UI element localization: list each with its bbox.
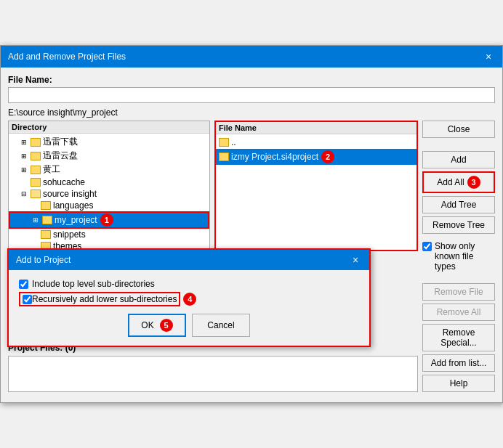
- subdialog-close-button[interactable]: ×: [349, 253, 362, 266]
- tree-item-huang[interactable]: ⊞ 黄工: [9, 163, 209, 176]
- checkbox1[interactable]: [19, 280, 28, 289]
- checkbox1-label: Include top level sub-directories: [32, 279, 155, 289]
- checkbox2-label: Recursively add lower sub-directories: [32, 294, 177, 304]
- filename-label: File Name:: [8, 75, 495, 85]
- tree-label-huang: 黄工: [43, 163, 60, 176]
- folder-icon-sohu: [31, 178, 41, 187]
- tree-item-source-insight[interactable]: ⊟ source insight: [9, 188, 209, 200]
- title-close-button[interactable]: ×: [482, 50, 495, 63]
- show-only-known-area: Show only known file types: [422, 241, 495, 272]
- subdialog-title-bar: Add to Project ×: [9, 250, 369, 270]
- folder-icon-source-insight: [31, 190, 41, 198]
- expand-source-insight: ⊟: [19, 189, 29, 199]
- folder-icon-xunlei: [31, 138, 41, 147]
- dialog-body: File Name: E:\source insight\my_project …: [1, 68, 502, 402]
- help-button[interactable]: Help: [422, 375, 495, 392]
- tree-item-my-project[interactable]: ⊞ my_project 1: [9, 211, 209, 229]
- path-label: E:\source insight\my_project: [8, 107, 495, 118]
- add-from-list-button[interactable]: Add from list...: [422, 354, 495, 372]
- add-button[interactable]: Add: [422, 151, 495, 168]
- tree-label-snippets: snippets: [53, 229, 86, 240]
- badge-3: 3: [467, 176, 480, 189]
- folder-icon-languages: [41, 201, 51, 210]
- project-files-section: Project Files: (0): [8, 343, 418, 392]
- ok-label: OK: [141, 320, 153, 330]
- expand-xunlei: ⊞: [19, 137, 29, 147]
- folder-icon-dotdot: [219, 138, 229, 147]
- add-all-button[interactable]: Add All 3: [422, 171, 495, 193]
- badge-4: 4: [183, 293, 196, 306]
- subdialog-body: Include top level sub-directories Recurs…: [9, 270, 369, 346]
- subdialog-cancel-button[interactable]: Cancel: [192, 314, 250, 337]
- tree-label-my-project: my_project: [55, 215, 97, 225]
- show-only-known-checkbox[interactable]: [422, 242, 432, 251]
- directory-panel-header: Directory: [9, 121, 209, 134]
- file-scroll[interactable]: .. izmy Project.si4project 2: [216, 136, 417, 250]
- directory-scroll[interactable]: ⊞ 迅雷下载 ⊞ 迅雷云盘: [9, 135, 209, 251]
- tree-item-languages[interactable]: ⊞ languages: [9, 200, 209, 211]
- badge-1: 1: [100, 213, 113, 227]
- badge-2: 2: [321, 150, 334, 163]
- checkbox2[interactable]: [23, 295, 32, 304]
- title-bar: Add and Remove Project Files ×: [1, 46, 502, 68]
- file-label-project: izmy Project.si4project: [231, 152, 318, 162]
- folder-icon-project: [219, 152, 229, 161]
- badge-5: 5: [160, 319, 173, 332]
- expand-my-project: ⊞: [31, 215, 41, 225]
- folder-icon-huang: [31, 166, 41, 174]
- tree-item-xunlei-yun[interactable]: ⊞ 迅雷云盘: [9, 149, 209, 163]
- remove-special-button[interactable]: Remove Special...: [422, 324, 495, 351]
- tree-label-languages: languages: [53, 200, 93, 211]
- subdialog-ok-button[interactable]: OK 5: [128, 314, 186, 337]
- filename-input[interactable]: [8, 87, 495, 103]
- folder-icon-snippets: [41, 230, 51, 239]
- tree-item-snippets[interactable]: ⊞ snippets: [9, 229, 209, 240]
- main-dialog: Add and Remove Project Files × File Name…: [0, 45, 503, 403]
- close-button[interactable]: Close: [422, 121, 495, 138]
- right-buttons-panel: Close Add Add All 3 Add Tree Remove Tree…: [422, 121, 495, 392]
- folder-icon-my-project: [42, 216, 52, 224]
- tree-item-sohu[interactable]: ⊞ sohucache: [9, 176, 209, 188]
- checkbox2-highlighted-area: Recursively add lower sub-directories: [19, 292, 180, 306]
- tree-label-source-insight: source insight: [43, 189, 97, 199]
- remove-tree-button[interactable]: Remove Tree: [422, 216, 495, 234]
- subdialog-buttons: OK 5 Cancel: [19, 314, 359, 337]
- subdialog-title-label: Add to Project: [16, 255, 71, 265]
- expand-huang: ⊞: [19, 165, 29, 175]
- tree-label-xunlei: 迅雷下载: [43, 136, 78, 148]
- tree-item-xunlei[interactable]: ⊞ 迅雷下载: [9, 135, 209, 149]
- add-all-label: Add All: [437, 177, 464, 187]
- file-panel-header: File Name: [216, 122, 417, 134]
- checkbox1-area: Include top level sub-directories: [19, 279, 359, 289]
- file-label-dotdot: ..: [231, 137, 236, 147]
- remove-file-button[interactable]: Remove File: [422, 283, 495, 301]
- add-tree-button[interactable]: Add Tree: [422, 196, 495, 213]
- add-to-project-dialog: Add to Project × Include top level sub-d…: [7, 248, 371, 347]
- remove-all-button[interactable]: Remove All: [422, 304, 495, 321]
- dialog-title: Add and Remove Project Files: [8, 52, 126, 62]
- tree-label-xunlei-yun: 迅雷云盘: [43, 150, 78, 162]
- tree-label-sohu: sohucache: [43, 177, 85, 187]
- file-item-dotdot[interactable]: ..: [216, 136, 417, 149]
- expand-xunlei-yun: ⊞: [19, 151, 29, 161]
- folder-icon-xunlei-yun: [31, 152, 41, 160]
- show-only-known-label: Show only known file types: [435, 241, 495, 272]
- project-files-list[interactable]: [8, 356, 418, 392]
- file-item-project[interactable]: izmy Project.si4project 2: [216, 149, 417, 165]
